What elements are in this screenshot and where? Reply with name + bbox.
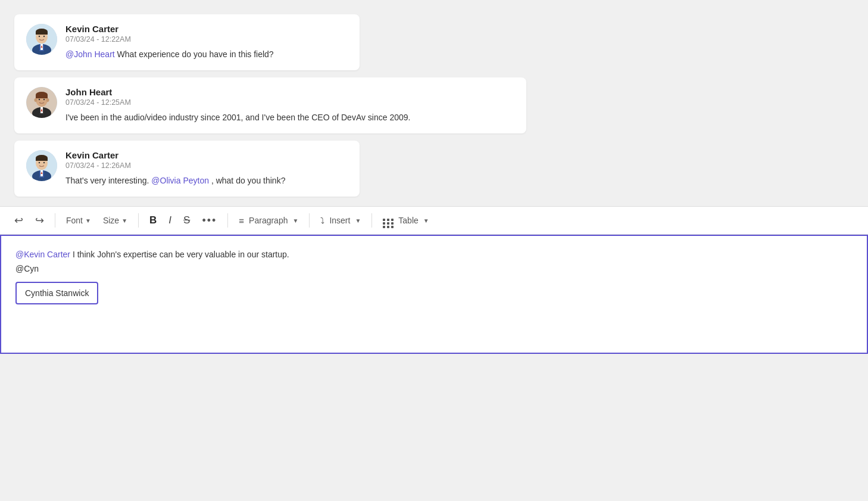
message-time: 07/03/24 - 12:25AM — [65, 98, 514, 107]
italic-label: I — [168, 214, 171, 226]
svg-point-21 — [43, 99, 45, 100]
table-grid-icon — [383, 213, 396, 228]
message-body: John Heart 07/03/24 - 12:25AM I've been … — [65, 87, 514, 124]
font-dropdown[interactable]: Font ▼ — [61, 213, 96, 228]
paragraph-chevron-icon: ▼ — [292, 217, 298, 224]
message-text-plain: What experience do you have in this fiel… — [117, 49, 274, 59]
message-text-plain: I've been in the audio/video industry si… — [65, 113, 410, 122]
svg-rect-29 — [36, 158, 48, 161]
editor-mention-kevin: @Kevin Carter — [15, 250, 70, 259]
insert-icon: ⤵ — [320, 216, 324, 225]
message-text-plain-2: , what do you think? — [211, 176, 286, 185]
message-author: Kevin Carter — [65, 150, 348, 160]
bold-label: B — [149, 214, 157, 226]
paragraph-dropdown[interactable]: ≡ Paragraph ▼ — [234, 213, 303, 228]
paragraph-label: Paragraph — [249, 216, 288, 225]
size-dropdown[interactable]: Size ▼ — [98, 213, 132, 228]
italic-button[interactable]: I — [164, 212, 176, 229]
more-icon: ••• — [202, 214, 217, 227]
message-card: Kevin Carter 07/03/24 - 12:22AM @John He… — [14, 14, 360, 70]
message-body: Kevin Carter 07/03/24 - 12:22AM @John He… — [65, 24, 348, 61]
redo-button[interactable]: ↪ — [30, 211, 49, 229]
size-label: Size — [103, 216, 119, 225]
insert-label: Insert — [329, 216, 350, 225]
svg-point-30 — [39, 162, 40, 163]
redo-icon: ↪ — [35, 214, 44, 227]
message-body: Kevin Carter 07/03/24 - 12:26AM That's v… — [65, 150, 348, 187]
svg-point-18 — [35, 98, 38, 102]
message-time: 07/03/24 - 12:26AM — [65, 161, 348, 170]
svg-point-31 — [43, 162, 45, 163]
mention-john-heart: @John Heart — [65, 49, 115, 59]
toolbar-separator-5 — [371, 213, 372, 228]
editor-area[interactable]: @Kevin Carter I think John's expertise c… — [0, 235, 868, 354]
mention-olivia-peyton: @Olivia Peyton — [151, 176, 209, 185]
message-card: Kevin Carter 07/03/24 - 12:26AM That's v… — [14, 141, 360, 197]
svg-point-19 — [46, 98, 49, 102]
editor-line1-text: I think John's expertise can be very val… — [73, 250, 289, 259]
svg-point-20 — [39, 99, 40, 100]
strikethrough-button[interactable]: S — [179, 212, 195, 229]
message-author: John Heart — [65, 87, 514, 97]
editor-line-2: @Cyn — [15, 262, 853, 275]
avatar — [26, 150, 57, 181]
font-chevron-icon: ▼ — [85, 217, 91, 224]
message-text-plain: That's very interesting. — [65, 176, 151, 185]
size-chevron-icon: ▼ — [121, 217, 127, 224]
toolbar-separator-2 — [138, 213, 139, 228]
strikethrough-label: S — [183, 214, 190, 226]
toolbar-separator-4 — [309, 213, 310, 228]
avatar — [26, 87, 57, 118]
undo-icon: ↩ — [14, 214, 23, 227]
message-time: 07/03/24 - 12:22AM — [65, 35, 348, 43]
svg-point-9 — [43, 36, 45, 37]
message-card: John Heart 07/03/24 - 12:25AM I've been … — [14, 77, 526, 133]
avatar — [26, 24, 57, 55]
message-text: @John Heart What experience do you have … — [65, 48, 348, 61]
font-label: Font — [66, 216, 83, 225]
svg-rect-17 — [36, 95, 48, 98]
table-dropdown[interactable]: Table ▼ — [378, 211, 433, 231]
more-formatting-button[interactable]: ••• — [197, 212, 221, 229]
editor-content[interactable]: @Kevin Carter I think John's expertise c… — [15, 248, 853, 304]
table-label: Table — [398, 216, 418, 225]
message-text: I've been in the audio/video industry si… — [65, 111, 514, 124]
message-author: Kevin Carter — [65, 24, 348, 34]
insert-dropdown[interactable]: ⤵ Insert ▼ — [316, 213, 366, 228]
insert-chevron-icon: ▼ — [355, 217, 361, 224]
editor-line2-text: @Cyn — [15, 264, 39, 273]
toolbar-separator — [55, 213, 55, 228]
message-text: That's very interesting. @Olivia Peyton … — [65, 175, 348, 187]
bold-button[interactable]: B — [145, 212, 161, 229]
editor-toolbar: ↩ ↪ Font ▼ Size ▼ B I S ••• ≡ Paragraph … — [0, 206, 868, 235]
editor-line-1: @Kevin Carter I think John's expertise c… — [15, 248, 853, 261]
paragraph-icon: ≡ — [239, 216, 244, 226]
table-chevron-icon: ▼ — [423, 217, 429, 224]
chat-area: Kevin Carter 07/03/24 - 12:22AM @John He… — [0, 0, 868, 206]
autocomplete-suggestion[interactable]: Cynthia Stanwick — [15, 282, 98, 304]
svg-point-8 — [39, 36, 40, 37]
undo-button[interactable]: ↩ — [10, 211, 28, 229]
svg-rect-7 — [36, 32, 48, 35]
toolbar-separator-3 — [227, 213, 228, 228]
